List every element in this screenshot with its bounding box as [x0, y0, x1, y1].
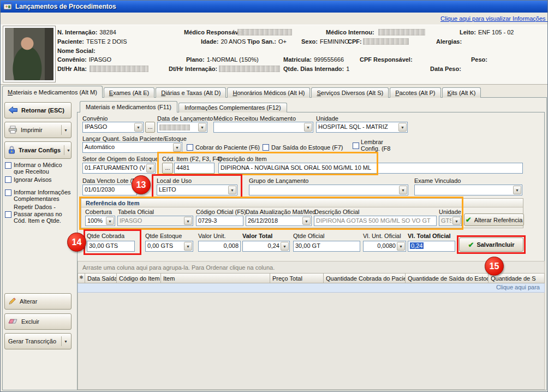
lancar-quant-select[interactable]: Automático▼ — [82, 142, 182, 153]
chevron-down-icon[interactable]: ▼ — [397, 242, 405, 251]
local-uso-select[interactable]: LEITO▼ — [157, 185, 237, 195]
cobertura-label: Cobertura — [85, 209, 112, 215]
valor-unit-input[interactable]: 0,008 — [198, 241, 241, 252]
qtde-estoque-select[interactable]: 0,00 GTS▼ — [145, 241, 193, 252]
cod-item-label: Cód. Item (F2, F3, F4) — [162, 156, 222, 162]
unidade-field-label: Unidade — [316, 115, 338, 122]
tab-info-complementares-f12[interactable]: Informações Complementares (F12) — [178, 103, 287, 112]
chevron-down-icon[interactable]: ▼ — [281, 242, 289, 251]
alterar-referencia-button[interactable]: ✔Alterar Referência — [464, 213, 524, 226]
setor-origem-select[interactable]: 01.FATURAMENTO (VIRT▼ — [82, 163, 156, 174]
dthr-internacao: Dt/Hr Internação: — [169, 66, 217, 72]
chevron-down-icon[interactable]: ▼ — [399, 186, 407, 194]
vl-total-oficial-value: 0,24 — [410, 242, 424, 249]
dar-saida-checkbox[interactable] — [263, 144, 269, 151]
chevron-down-icon[interactable]: ▼ — [398, 123, 407, 132]
chevron-down-icon[interactable]: ▼ — [134, 123, 142, 132]
excluir-button[interactable]: Excluir — [4, 313, 72, 330]
data-atualizacao-select[interactable]: 26/12/2018▼ — [246, 216, 312, 226]
grid-filter-row[interactable]: Clique aqui para — [78, 283, 545, 293]
grid-column-codigo-item[interactable]: Código do Item — [117, 273, 161, 283]
medico-receitou-select[interactable]: ▼ — [213, 122, 313, 133]
cod-item-input[interactable]: 4481 — [174, 163, 215, 174]
convenio-header-value: IPASGO — [89, 56, 111, 63]
tab-servicos-diversos-label: Serviços Diversos (Alt S) — [317, 90, 383, 96]
grid-column-item[interactable]: Item — [161, 273, 270, 283]
tab-materiais-f11[interactable]: Materiais e Medicamentos (F11) — [80, 101, 177, 112]
tab-honorarios-medicos[interactable]: Honorários Médicos (Alt H) — [227, 87, 310, 98]
tabela-oficial-select[interactable]: IPASGO▼ — [117, 216, 193, 226]
tab-materiais-medicamentos[interactable]: Materiais e Medicamentos (Alt M) — [2, 86, 103, 98]
tab-pacotes[interactable]: Pacotes (Alt P) — [390, 87, 440, 98]
informar-medico-checkbox[interactable] — [5, 162, 11, 169]
descricao-oficial-input[interactable]: DIPIRONA GOTAS 500 MG/ML SO VO GT — [314, 216, 437, 226]
vl-unt-oficial-label: Vl. Unt. Oficial — [363, 233, 401, 239]
dias-internado-label: Qtde. Dias Internado: — [283, 66, 344, 72]
grupo-lancamento-select[interactable]: ▼ — [249, 185, 408, 195]
dthr-internacao-label: Dt/Hr Internação: — [169, 66, 217, 72]
qtde-oficial-value: 30,00 GT — [295, 242, 358, 249]
cobertura-select[interactable]: 100%▼ — [85, 216, 115, 226]
chevron-down-icon[interactable]: ▼ — [64, 128, 68, 132]
convenio-select[interactable]: IPASGO▼ — [82, 122, 144, 133]
chevron-down-icon[interactable]: ▼ — [228, 186, 236, 194]
lembrar-config-checkbox[interactable] — [353, 142, 359, 149]
alterar-button[interactable]: Alterar — [4, 293, 72, 310]
grid-column-preco-total[interactable]: Preço Total — [270, 273, 324, 283]
descricao-item-input[interactable]: DIPIRONA - NOVALGINA SOL ORAL 500 MG/ML … — [218, 163, 523, 174]
visualizar-informacoes-link[interactable]: Clique aqui para visualizar Informações … — [440, 15, 548, 22]
data-vencto-value: 01/01/2030 — [85, 186, 135, 193]
exame-vinculado-select[interactable]: ▼ — [414, 185, 522, 195]
data-peso-label: Data Peso: — [430, 66, 461, 72]
tab-servicos-diversos[interactable]: Serviços Diversos (Alt S) — [311, 87, 389, 98]
chevron-down-icon[interactable]: ▼ — [304, 123, 312, 132]
ignorar-avisos-checkbox[interactable] — [5, 176, 11, 183]
codigo-oficial-label: Código Oficial (F5) — [196, 209, 246, 215]
vl-unt-oficial-select[interactable]: 0,0080▼ — [363, 241, 406, 252]
cobrar-paciente-checkbox[interactable] — [187, 144, 193, 151]
chevron-down-icon[interactable]: ▼ — [184, 217, 192, 225]
chevron-down-icon[interactable]: ▼ — [198, 123, 206, 132]
data-lancamento-select[interactable]: ▼ — [157, 122, 207, 133]
travar-configs-button[interactable]: Travar Configs ▼ — [4, 141, 72, 159]
chevron-down-icon[interactable]: ▼ — [106, 217, 114, 225]
passar-apenas-checkbox[interactable] — [5, 211, 11, 218]
tab-diarias-taxas[interactable]: Diárias e Taxas (Alt D) — [156, 87, 226, 98]
salvar-incluir-button[interactable]: ✔Salvar/Incluir — [459, 237, 523, 252]
imprimir-button[interactable]: Imprimir ▼ — [4, 122, 72, 138]
chevron-down-icon[interactable]: ▼ — [173, 143, 181, 152]
valor-total-label: Valor Total — [242, 233, 272, 239]
plano: Plano:1-NORMAL (150%) — [186, 56, 259, 63]
convenio-browse-button[interactable]: ... — [145, 122, 155, 133]
chevron-down-icon[interactable]: ▼ — [146, 164, 154, 173]
grid-column-qtde-cobrada[interactable]: Quantidade Cobrada do Pacient — [324, 273, 406, 283]
chevron-down-icon[interactable]: ▼ — [302, 217, 311, 225]
cod-item-browse-button[interactable]: ... — [162, 163, 173, 174]
gerar-transcricao-button[interactable]: Gerar Transcrição ▼ — [4, 333, 72, 349]
grid-groupby-band[interactable]: Arraste uma coluna aqui para agrupa-la. … — [78, 261, 545, 273]
tab-kits[interactable]: Kits (Alt K) — [442, 87, 481, 98]
retornar-button[interactable]: Retornar (ESC) — [4, 102, 72, 118]
chevron-down-icon[interactable]: ▼ — [513, 186, 521, 194]
codigo-oficial-input[interactable]: 0729-3 — [196, 216, 243, 226]
travar-configs-label: Travar Configs — [19, 147, 61, 153]
data-vencto-label: Data Vencto Lote (F — [82, 177, 136, 184]
chevron-down-icon[interactable]: ▼ — [184, 242, 192, 251]
matricula-value: 999555666 — [314, 56, 344, 63]
unidade-oficial-select[interactable]: GTS▼ — [439, 216, 462, 226]
chevron-down-icon[interactable]: ▼ — [67, 149, 70, 152]
chevron-down-icon[interactable]: ▼ — [64, 340, 68, 343]
qtde-cobrada-input[interactable]: 30,00 GTS — [87, 241, 135, 252]
data-vencto-input[interactable]: 01/01/2030 — [82, 185, 137, 195]
qtde-oficial-input[interactable]: 30,00 GT — [293, 241, 360, 252]
tab-exames[interactable]: Exames (Alt E) — [104, 87, 154, 98]
grid-column-data-saida[interactable]: Data Saída — [85, 273, 117, 283]
unidade-select[interactable]: HOSPITAL SQL - MATRIZ▼ — [316, 122, 408, 133]
grid-body[interactable] — [78, 293, 545, 390]
vl-total-oficial-input[interactable]: 0,24 — [408, 241, 455, 252]
tab-materiais-medicamentos-label: Materiais e Medicamentos (Alt M) — [8, 89, 97, 96]
grid-column-qtde-saida[interactable]: Quantidade de Saída do Estoqu — [406, 273, 489, 283]
valor-total-select[interactable]: 0,24▼ — [242, 241, 290, 252]
chevron-down-icon[interactable]: ▼ — [452, 217, 461, 225]
informar-informacoes-checkbox[interactable] — [5, 189, 11, 196]
